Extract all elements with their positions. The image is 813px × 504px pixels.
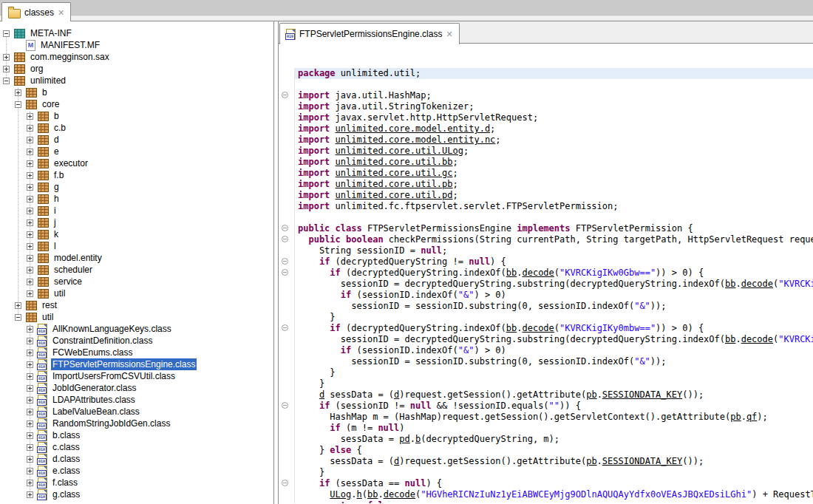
tree-label[interactable]: core	[41, 98, 61, 110]
expand-icon[interactable]	[27, 149, 33, 155]
expand-icon[interactable]	[27, 219, 33, 226]
tree-row[interactable]: c.b	[0, 122, 273, 134]
expand-icon[interactable]	[27, 267, 33, 273]
tree-row[interactable]: i	[0, 205, 273, 217]
tree-row[interactable]: rest	[0, 299, 273, 311]
tree-label[interactable]: c.b	[52, 122, 67, 134]
tree-row[interactable]: META-INF	[0, 27, 273, 39]
tree-row[interactable]: 010FCWebEnums.class	[0, 347, 273, 358]
tree-row[interactable]: g	[0, 181, 273, 193]
expand-icon[interactable]	[27, 231, 33, 238]
tree-row[interactable]: e	[0, 146, 273, 157]
tree-row[interactable]: b	[0, 110, 273, 122]
close-icon[interactable]: ✕	[446, 30, 452, 38]
fold-collapse-icon[interactable]	[282, 92, 288, 98]
expand-icon[interactable]	[27, 160, 33, 167]
expand-icon[interactable]	[27, 491, 33, 498]
collapse-icon[interactable]	[15, 314, 21, 321]
expand-icon[interactable]	[27, 444, 33, 451]
tree-row[interactable]: k	[0, 228, 273, 240]
expand-icon[interactable]	[27, 172, 33, 179]
fold-collapse-icon[interactable]	[282, 225, 288, 231]
tree-row[interactable]: j	[0, 217, 273, 228]
expand-icon[interactable]	[27, 113, 33, 120]
tree-row[interactable]: 010LDAPAttributes.class	[0, 394, 273, 406]
expand-icon[interactable]	[27, 432, 33, 439]
tree-label[interactable]: AllKnownLanguageKeys.class	[51, 323, 173, 335]
tree-row[interactable]: 010LabelValueBean.class	[0, 406, 273, 418]
expand-icon[interactable]	[27, 208, 33, 214]
tree-row[interactable]: executor	[0, 157, 273, 169]
tree-label[interactable]: k	[52, 228, 60, 240]
fold-collapse-icon[interactable]	[282, 480, 288, 486]
tree-label[interactable]: unlimited	[29, 75, 67, 86]
tree-row[interactable]: h	[0, 193, 273, 205]
tree-label[interactable]: executor	[52, 157, 89, 169]
fold-collapse-icon[interactable]	[282, 402, 288, 409]
code-editor[interactable]: package unlimited.util;import java.util.…	[279, 44, 813, 503]
tab-ftpservletpermissionsengine[interactable]: 010 FTPServletPermissionsEngine.class ✕	[279, 23, 460, 44]
expand-icon[interactable]	[27, 326, 33, 333]
expand-icon[interactable]	[27, 184, 33, 191]
tree-row[interactable]: unlimited	[0, 75, 273, 86]
tree-label[interactable]: rest	[41, 299, 58, 311]
tree-label[interactable]: MANIFEST.MF	[39, 39, 101, 51]
expand-icon[interactable]	[27, 243, 33, 250]
tree-label[interactable]: e.class	[51, 465, 81, 477]
tree-row[interactable]: util	[0, 311, 273, 323]
expand-icon[interactable]	[27, 290, 33, 297]
tree-label[interactable]: JobIdGenerator.class	[51, 382, 137, 394]
tree-row[interactable]: 010g.class	[0, 488, 273, 500]
tree-label[interactable]: e	[52, 146, 61, 157]
tree-label[interactable]: org	[29, 63, 44, 75]
tree-label[interactable]: RandomStringJobIdGen.class	[51, 418, 171, 429]
tree-row[interactable]: 010ConstraintDefinition.class	[0, 335, 273, 347]
tree-label[interactable]: b.class	[51, 429, 81, 441]
expand-icon[interactable]	[27, 350, 33, 356]
tree-row[interactable]: 010ImportUsersFromCSVUtil.class	[0, 370, 273, 382]
expand-icon[interactable]	[27, 338, 33, 344]
expand-icon[interactable]	[27, 361, 33, 368]
expand-icon[interactable]	[27, 196, 33, 202]
tree-label[interactable]: ConstraintDefinition.class	[51, 335, 154, 347]
tree-row[interactable]: MMANIFEST.MF	[0, 39, 273, 51]
tree-label[interactable]: b	[41, 86, 49, 98]
tree-label[interactable]: LabelValueBean.class	[51, 406, 141, 418]
expand-icon[interactable]	[27, 456, 33, 463]
expand-icon[interactable]	[27, 279, 33, 285]
collapse-icon[interactable]	[3, 30, 10, 37]
tree-row[interactable]: scheduler	[0, 264, 273, 276]
tree-label-selected[interactable]: FTPServletPermissionsEngine.class	[51, 358, 197, 370]
tree-row[interactable]: 010e.class	[0, 465, 273, 477]
tree-row[interactable]: b	[0, 86, 273, 98]
expand-icon[interactable]	[27, 480, 33, 486]
tree-label[interactable]: l	[52, 240, 58, 252]
tree-row[interactable]: 010f.class	[0, 477, 273, 488]
fold-collapse-icon[interactable]	[282, 324, 288, 331]
tree-label[interactable]: c.class	[51, 441, 81, 453]
tree-row[interactable]: 010FTPServletPermissionsEngine.class	[0, 358, 273, 370]
tree-row[interactable]: 010AllKnownLanguageKeys.class	[0, 323, 273, 335]
tree-label[interactable]: util	[52, 287, 67, 299]
tree-row[interactable]: l	[0, 240, 273, 252]
tree-label[interactable]: i	[52, 205, 58, 217]
tree-label[interactable]: h	[52, 193, 61, 205]
collapse-icon[interactable]	[15, 101, 21, 108]
tree-row[interactable]: model.entity	[0, 252, 273, 264]
tree-label[interactable]: j	[52, 217, 58, 228]
tree-label[interactable]: ImportUsersFromCSVUtil.class	[51, 370, 177, 382]
tree-label[interactable]: g.class	[51, 488, 81, 500]
tree-label[interactable]: scheduler	[52, 264, 94, 276]
expand-icon[interactable]	[27, 137, 33, 143]
tree-label[interactable]: d.class	[51, 453, 81, 465]
expand-icon[interactable]	[3, 54, 10, 61]
tree-row[interactable]: f.b	[0, 169, 273, 181]
expand-icon[interactable]	[15, 89, 21, 96]
expand-icon[interactable]	[27, 468, 33, 474]
tree-row[interactable]: util	[0, 287, 273, 299]
fold-collapse-icon[interactable]	[282, 258, 288, 265]
fold-collapse-icon[interactable]	[282, 236, 288, 242]
expand-icon[interactable]	[27, 385, 33, 392]
expand-icon[interactable]	[15, 302, 21, 309]
tree-row[interactable]: 010JobIdGenerator.class	[0, 382, 273, 394]
